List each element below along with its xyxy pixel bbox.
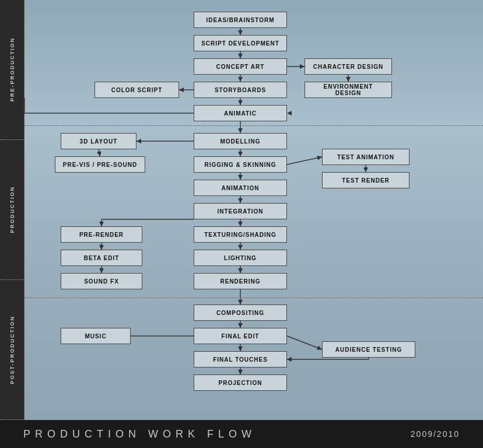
svg-marker-49 — [238, 323, 243, 328]
svg-marker-32 — [238, 198, 243, 203]
footer-year: 2009/2010 — [411, 429, 460, 439]
svg-marker-20 — [136, 139, 141, 144]
box-colorscript: COLOR SCRIPT — [94, 82, 179, 98]
svg-marker-9 — [300, 64, 304, 69]
box-projection: PROJECTION — [194, 374, 287, 391]
box-betaedit: BETA EDIT — [61, 250, 142, 266]
svg-marker-11 — [346, 77, 351, 82]
box-chardesign: CHARACTER DESIGN — [304, 58, 392, 75]
svg-marker-35 — [99, 222, 104, 226]
box-rendering: RENDERING — [194, 273, 287, 289]
box-integration: INTEGRATION — [194, 203, 287, 219]
diagram-area: PRE-PRODUCTIONPRODUCTIONPOST-PRODUCTION … — [0, 0, 483, 420]
svg-marker-45 — [238, 268, 243, 273]
box-concept: CONCEPT ART — [194, 58, 287, 75]
box-audiencetesting: AUDIENCE TESTING — [322, 341, 415, 358]
box-lighting: LIGHTING — [194, 250, 287, 266]
svg-marker-26 — [317, 156, 322, 160]
svg-marker-1 — [238, 30, 243, 35]
svg-marker-24 — [238, 152, 243, 156]
svg-marker-18 — [238, 128, 243, 133]
box-texturing: TEXTURING/SHADING — [194, 226, 287, 243]
box-storyboards: STORYBOARDS — [194, 82, 287, 98]
box-envdesign: ENVIRONMENT DESIGN — [304, 82, 392, 98]
sidebar-label-2: POST-PRODUCTION — [9, 316, 15, 384]
box-ideas: IDEAS/BRAINSTORM — [194, 12, 287, 28]
box-compositing: COMPOSITING — [194, 304, 287, 321]
divider-1 — [24, 298, 483, 298]
svg-marker-39 — [99, 245, 104, 250]
box-animation: ANIMATION — [194, 180, 287, 196]
sidebar-section-2: POST-PRODUCTION — [0, 280, 24, 420]
box-animatic: ANIMATIC — [194, 105, 287, 121]
box-previs: PRE-VIS / PRE-SOUND — [55, 156, 145, 173]
svg-marker-28 — [363, 167, 368, 172]
box-soundfx: SOUND FX — [61, 273, 142, 289]
svg-marker-47 — [238, 300, 243, 304]
svg-line-21 — [99, 149, 100, 156]
svg-marker-30 — [238, 175, 243, 180]
svg-marker-37 — [238, 222, 243, 226]
sidebar: PRE-PRODUCTIONPRODUCTIONPOST-PRODUCTION — [0, 0, 24, 420]
box-finaledit: FINAL EDIT — [194, 328, 287, 344]
svg-line-25 — [287, 157, 322, 164]
box-prerender: PRE-RENDER — [61, 226, 142, 243]
box-music: MUSIC — [61, 328, 131, 344]
content-area: IDEAS/BRAINSTORMSCRIPT DEVELOPMENTCONCEP… — [24, 0, 483, 420]
sidebar-section-0: PRE-PRODUCTION — [0, 0, 24, 140]
box-testrender: TEST RENDER — [322, 172, 410, 188]
svg-line-51 — [287, 336, 322, 349]
svg-marker-55 — [287, 357, 292, 362]
svg-marker-13 — [179, 88, 184, 92]
svg-marker-52 — [317, 345, 322, 349]
main-container: PRE-PRODUCTIONPRODUCTIONPOST-PRODUCTION … — [0, 0, 483, 448]
footer-title: PRODUCTION WORK FLOW — [23, 428, 256, 440]
box-modelling: MODELLING — [194, 133, 287, 149]
box-rigging: RIGGING & SKINNING — [194, 156, 287, 173]
box-layout3d: 3D LAYOUT — [61, 133, 136, 149]
svg-marker-16 — [287, 111, 292, 116]
footer: PRODUCTION WORK FLOW 2009/2010 — [0, 420, 483, 448]
box-testanimation: TEST ANIMATION — [322, 149, 410, 165]
svg-marker-3 — [238, 54, 243, 58]
box-script: SCRIPT DEVELOPMENT — [194, 35, 287, 51]
svg-marker-43 — [238, 245, 243, 250]
sidebar-label-1: PRODUCTION — [9, 186, 15, 233]
svg-marker-59 — [238, 370, 243, 374]
svg-marker-57 — [238, 346, 243, 351]
svg-marker-7 — [238, 100, 243, 105]
box-finaltouches: FINAL TOUCHES — [194, 351, 287, 368]
svg-marker-41 — [99, 268, 104, 273]
svg-marker-22 — [97, 151, 102, 156]
sidebar-label-0: PRE-PRODUCTION — [9, 37, 15, 102]
divider-0 — [24, 125, 483, 126]
sidebar-section-1: PRODUCTION — [0, 140, 24, 280]
svg-marker-5 — [238, 77, 243, 82]
